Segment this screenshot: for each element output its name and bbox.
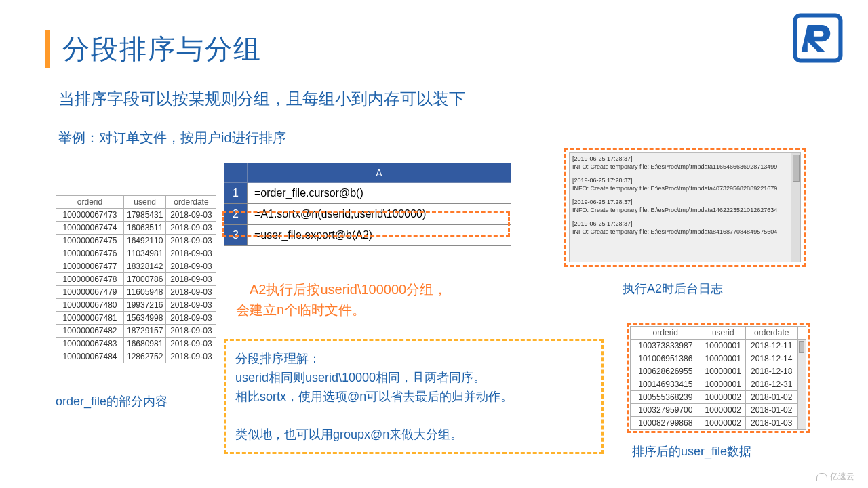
code-grid: A 1=order_file.cursor@b() 2=A1.sortx@n(u… — [224, 163, 511, 246]
code-row-num: 2 — [224, 204, 248, 225]
table-row: 100373833987100000012018-12-11 — [631, 340, 806, 352]
result-caption: 排序后的user_file数据 — [632, 443, 751, 460]
log-scrollbar[interactable] — [791, 153, 800, 262]
table-row: 100000067478170007862018-09-03 — [56, 273, 216, 286]
table-row: 100146933415100000012018-12-31 — [631, 378, 806, 391]
table-row: 100327959700100000022018-01-02 — [631, 404, 806, 417]
table-row: 100628626955100000012018-12-18 — [631, 365, 806, 378]
subtitle: 当排序字段可以按某规则分组，且每组小到内存可以装下 — [58, 88, 465, 110]
scroll-head — [797, 327, 806, 340]
table-row: 100000067479116059482018-09-03 — [56, 286, 216, 299]
watermark-text: 亿速云 — [830, 471, 854, 483]
table-row: 100000067475164921102018-09-03 — [56, 235, 216, 247]
explanation-box: 分段排序理解： userid相同则userid\10000相同，且两者同序。 相… — [224, 339, 604, 454]
title-accent-line — [45, 30, 50, 68]
code-col-a: A — [248, 163, 511, 183]
col-orderid: orderid — [631, 327, 701, 340]
log-entry: [2019-06-25 17:28:37]INFO: Create tempor… — [572, 220, 797, 236]
table-row: 100000067482187291572018-09-03 — [56, 325, 216, 338]
explain-line4: 类似地，也可以用groupx@n来做大分组。 — [235, 425, 592, 444]
title-bar: 分段排序与分组 — [45, 30, 262, 68]
table-row: 100082799868100000022018-01-03 — [631, 417, 806, 430]
col-orderdate: orderdate — [745, 327, 797, 340]
col-orderid: orderid — [56, 196, 124, 209]
table-row: 100000067477183281422018-09-03 — [56, 260, 216, 273]
log-entry: [2019-06-25 17:28:37]INFO: Create tempor… — [572, 155, 797, 171]
code-row-num: 1 — [224, 183, 248, 204]
watermark: 亿速云 — [816, 471, 854, 483]
code-cell: =order_file.cursor@b() — [248, 183, 511, 204]
code-corner — [224, 163, 248, 183]
table-row: 101006951386100000012018-12-14 — [631, 352, 806, 365]
col-userid: userid — [124, 196, 166, 209]
table-row: 100000067474160635112018-09-03 — [56, 222, 216, 235]
result-table: orderid userid orderdate 100373833987100… — [630, 326, 806, 430]
scrollbar-thumb[interactable] — [793, 155, 800, 182]
note-a2-line1: A2执行后按userid\100000分组， — [250, 279, 447, 300]
log-content: [2019-06-25 17:28:37]INFO: Create tempor… — [569, 152, 801, 262]
table-row: 100000067476110349812018-09-03 — [56, 247, 216, 260]
explain-line2: userid相同则userid\10000相同，且两者同序。 — [235, 368, 592, 387]
explain-line3: 相比sortx，使用选项@n可以省去最后的归并动作。 — [235, 387, 592, 406]
order-table-caption: order_file的部分内容 — [56, 393, 167, 409]
table-row: 100555368239100000022018-01-02 — [631, 391, 806, 404]
log-entry: [2019-06-25 17:28:37]INFO: Create tempor… — [572, 176, 797, 192]
brand-logo — [792, 12, 844, 64]
col-userid: userid — [701, 327, 745, 340]
result-table-wrap: orderid userid orderdate 100373833987100… — [627, 323, 810, 433]
col-orderdate: orderdate — [166, 196, 216, 209]
table-row: 100000067481156349982018-09-03 — [56, 312, 216, 325]
note-a2: A2执行后按userid\100000分组， 会建立n个临时文件。 — [250, 279, 447, 320]
log-panel: [2019-06-25 17:28:37]INFO: Create tempor… — [564, 148, 806, 267]
table-row: 100000067473179854312018-09-03 — [56, 209, 216, 222]
log-entry: [2019-06-25 17:28:37]INFO: Create tempor… — [572, 198, 797, 214]
cloud-icon — [816, 473, 827, 481]
scrollbar-thumb[interactable] — [799, 341, 804, 353]
order-file-table: orderid userid orderdate 100000067473179… — [56, 195, 216, 363]
log-caption: 执行A2时后台日志 — [623, 281, 723, 297]
code-cell: =user_file.export@b(A2) — [248, 225, 511, 246]
result-scrollbar[interactable] — [797, 340, 806, 430]
table-header-row: orderid userid orderdate — [631, 327, 806, 340]
code-cell: =A1.sortx@n(userid;userid\100000) — [248, 204, 511, 225]
table-row: 100000067480199372162018-09-03 — [56, 299, 216, 312]
table-row: 100000067483166809812018-09-03 — [56, 338, 216, 350]
explain-line1: 分段排序理解： — [235, 349, 592, 368]
page-title: 分段排序与分组 — [62, 30, 262, 68]
note-a2-line2: 会建立n个临时文件。 — [236, 300, 447, 320]
example-text: 举例：对订单文件，按用户id进行排序 — [58, 129, 286, 147]
code-row-num: 3 — [224, 225, 248, 246]
table-header-row: orderid userid orderdate — [56, 196, 216, 209]
table-row: 100000067484128627522018-09-03 — [56, 350, 216, 363]
